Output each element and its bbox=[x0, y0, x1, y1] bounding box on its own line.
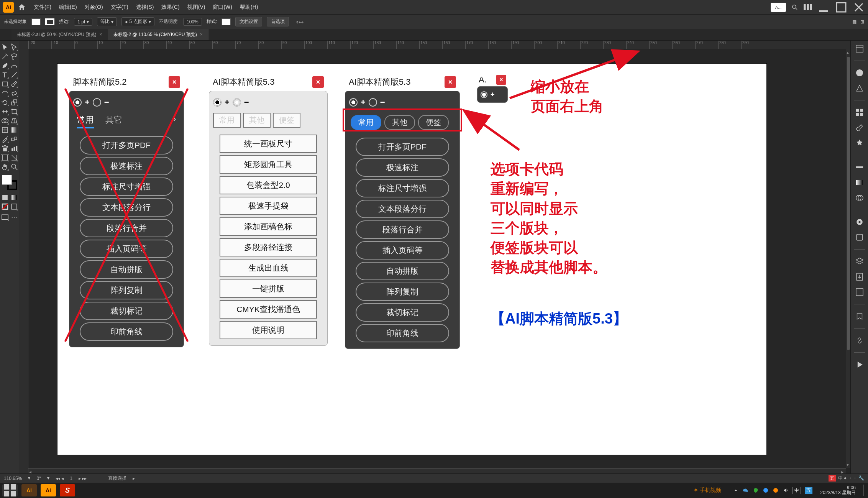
menu-select[interactable]: 选择(S) bbox=[136, 4, 154, 11]
magic-wand-tool[interactable] bbox=[1, 52, 9, 61]
opacity-dropdown[interactable]: 100% bbox=[183, 18, 202, 26]
asset-export-icon[interactable] bbox=[855, 272, 865, 282]
screen-mode[interactable] bbox=[1, 213, 9, 222]
canvas[interactable]: -20-100102030405060708090100110120130140… bbox=[19, 41, 850, 473]
script-button[interactable]: 包装盒型2.0 bbox=[220, 176, 317, 194]
script-button[interactable]: 阵列复制 bbox=[356, 283, 450, 301]
tray-shield-icon[interactable] bbox=[753, 487, 759, 493]
transparency-panel-icon[interactable] bbox=[855, 193, 865, 203]
doc-tab-1[interactable]: 未标题-2.ai @ 50 % (CMYK/CPU 预览)× bbox=[11, 29, 108, 40]
tray-onedrive-icon[interactable] bbox=[743, 487, 749, 493]
top-search-box[interactable]: A... bbox=[771, 3, 786, 12]
prefs-button[interactable]: 首选项 bbox=[267, 17, 289, 26]
color-panel-icon[interactable] bbox=[855, 68, 865, 78]
script-button[interactable]: 段落行合并 bbox=[356, 220, 450, 239]
brushes-panel-icon[interactable] bbox=[855, 123, 865, 133]
artboard-nav-prev[interactable]: ◂◂ ◂ bbox=[56, 476, 64, 481]
type-tool[interactable]: T bbox=[1, 71, 9, 79]
edit-toolbar[interactable]: ⋯ bbox=[10, 213, 18, 222]
color-guide-icon[interactable] bbox=[855, 83, 865, 93]
properties-panel-icon[interactable] bbox=[855, 44, 865, 54]
ime-indicator[interactable]: 五 bbox=[829, 475, 836, 482]
tray-blue-icon[interactable] bbox=[763, 487, 769, 493]
radio-empty[interactable] bbox=[93, 98, 101, 107]
layers-panel-icon[interactable] bbox=[855, 256, 865, 266]
menu-help[interactable]: 帮助(H) bbox=[240, 4, 258, 11]
artboard-number[interactable]: 1 bbox=[70, 476, 72, 481]
search-icon[interactable] bbox=[791, 4, 798, 11]
scale-tool[interactable] bbox=[10, 98, 18, 107]
close-icon[interactable]: × bbox=[100, 32, 102, 37]
play-icon[interactable] bbox=[855, 360, 865, 370]
script-button[interactable]: 使用说明 bbox=[220, 321, 317, 339]
minimize-button[interactable] bbox=[817, 3, 830, 12]
gradient-tool[interactable] bbox=[10, 126, 18, 134]
gradient-panel-icon[interactable] bbox=[855, 178, 865, 187]
script-button[interactable]: 矩形圆角工具 bbox=[220, 155, 317, 174]
menu-window[interactable]: 窗口(W) bbox=[213, 4, 232, 11]
close-icon[interactable]: × bbox=[496, 75, 506, 85]
shape-builder-tool[interactable] bbox=[1, 117, 9, 125]
workspace-icon[interactable]: ⊞ bbox=[860, 19, 864, 25]
home-icon[interactable] bbox=[18, 3, 26, 12]
script-button[interactable]: 文本段落分行 bbox=[80, 198, 174, 217]
paintbrush-tool[interactable] bbox=[10, 80, 18, 88]
shaper-tool[interactable] bbox=[1, 89, 9, 97]
script-button[interactable]: 标注尺寸增强 bbox=[80, 178, 174, 196]
close-icon[interactable]: × bbox=[200, 32, 203, 37]
script-button[interactable]: 裁切标记 bbox=[356, 303, 450, 322]
menu-view[interactable]: 视图(V) bbox=[187, 4, 205, 11]
menu-object[interactable]: 对象(O) bbox=[85, 4, 103, 11]
script-button[interactable]: 打开多页PDF bbox=[80, 136, 174, 154]
start-button[interactable] bbox=[2, 484, 18, 496]
script-button[interactable]: 一键拼版 bbox=[220, 279, 317, 298]
curvature-tool[interactable] bbox=[10, 61, 18, 70]
slice-tool[interactable] bbox=[10, 153, 18, 162]
plus-icon[interactable]: + bbox=[491, 90, 495, 99]
minus-icon[interactable]: − bbox=[380, 97, 385, 107]
width-tool[interactable] bbox=[1, 107, 9, 116]
script-button[interactable]: 极速手提袋 bbox=[220, 197, 317, 215]
tab-other[interactable]: 其它 bbox=[105, 114, 122, 128]
tray-volume-icon[interactable] bbox=[783, 487, 789, 493]
zoom-level[interactable]: 110.65% bbox=[4, 476, 22, 481]
script-button[interactable]: 生成出血线 bbox=[220, 259, 317, 277]
script-button[interactable]: 插入页码等 bbox=[356, 241, 450, 260]
plus-icon[interactable]: + bbox=[85, 97, 90, 107]
libraries-panel-icon[interactable] bbox=[855, 311, 865, 321]
script-button[interactable]: 阵列复制 bbox=[80, 281, 174, 299]
artboard-tool[interactable] bbox=[1, 153, 9, 162]
draw-mode[interactable] bbox=[10, 202, 18, 211]
graph-tool[interactable] bbox=[10, 144, 18, 153]
links-panel-icon[interactable] bbox=[855, 335, 865, 345]
brush-dropdown[interactable]: ● 5 点圆形 ▾ bbox=[121, 17, 154, 26]
menu-edit[interactable]: 编辑(E) bbox=[59, 4, 77, 11]
plus-icon[interactable]: + bbox=[361, 97, 366, 107]
script-button[interactable]: 多段路径连接 bbox=[220, 238, 317, 256]
radio-checked[interactable] bbox=[73, 98, 82, 107]
script-button[interactable]: 极速标注 bbox=[80, 157, 174, 175]
hand-tool[interactable] bbox=[1, 163, 9, 171]
radio-checked[interactable] bbox=[213, 98, 222, 107]
close-icon[interactable]: × bbox=[445, 76, 456, 88]
script-button[interactable]: 印前角线 bbox=[356, 324, 450, 342]
appearance-panel-icon[interactable] bbox=[855, 217, 865, 227]
artboard-nav-next[interactable]: ▸ ▸▸ bbox=[79, 476, 87, 481]
radio-checked[interactable] bbox=[349, 98, 358, 107]
tray-orange-icon[interactable] bbox=[773, 487, 779, 493]
taskbar-script[interactable]: S bbox=[60, 484, 75, 496]
script-button[interactable]: 极速标注 bbox=[356, 158, 450, 177]
fill-swatch[interactable] bbox=[31, 18, 41, 25]
ime-cn[interactable]: 中 bbox=[793, 487, 801, 494]
eyedropper-tool[interactable] bbox=[1, 135, 9, 143]
script-button[interactable]: 自动拼版 bbox=[80, 260, 174, 279]
script-button[interactable]: 统一画板尺寸 bbox=[220, 135, 317, 153]
tab-other[interactable]: 其他 bbox=[243, 113, 271, 128]
script-button[interactable]: 自动拼版 bbox=[356, 262, 450, 280]
tray-up-icon[interactable] bbox=[733, 487, 739, 493]
rotate-tool[interactable] bbox=[1, 98, 9, 107]
style-swatch[interactable] bbox=[222, 18, 231, 25]
doc-setup-button[interactable]: 文档设置 bbox=[235, 17, 262, 26]
scrollbar-v[interactable]: ▴ ▾ bbox=[846, 49, 850, 468]
radio-empty[interactable] bbox=[369, 98, 377, 107]
